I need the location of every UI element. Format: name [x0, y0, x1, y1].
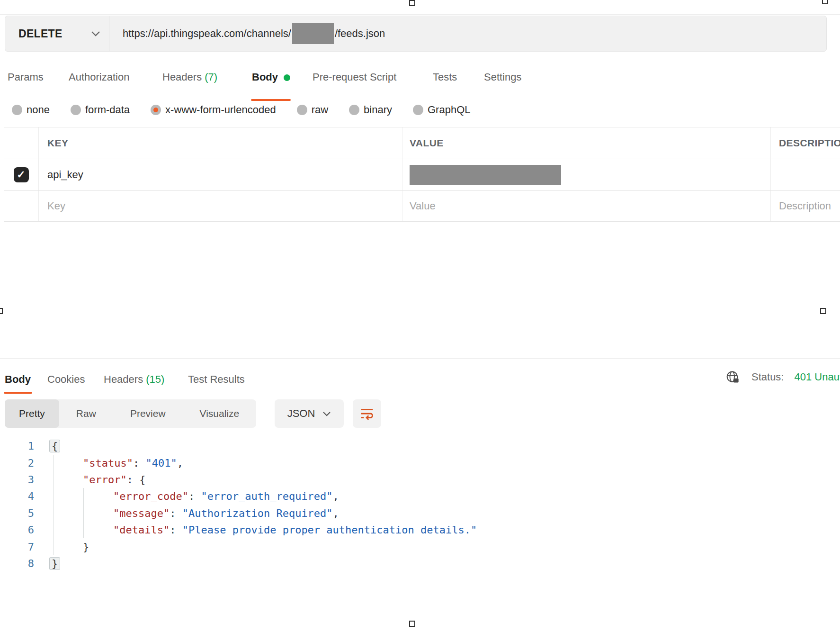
column-header-key: KEY — [47, 137, 68, 149]
line-number[interactable]: 4 — [19, 490, 34, 502]
response-tab-cookies[interactable]: Cookies — [47, 373, 85, 386]
radio-raw[interactable]: raw — [297, 104, 328, 116]
view-visualize[interactable]: Visualize — [183, 399, 257, 428]
divider — [0, 14, 840, 15]
description-placeholder[interactable]: Description — [779, 200, 831, 212]
format-dropdown[interactable]: JSON — [275, 399, 344, 428]
indent-guide — [53, 455, 54, 555]
line-number[interactable]: 5 — [19, 507, 34, 519]
radio-circle-icon — [349, 105, 359, 115]
body-mode-selector: none form-data x-www-form-urlencoded raw… — [12, 104, 471, 116]
request-url-bar: DELETE https://api.thingspeak.com/channe… — [5, 16, 827, 52]
url-input[interactable]: https://api.thingspeak.com/channels//fee… — [109, 23, 826, 44]
radio-circle-icon — [71, 105, 81, 115]
url-redaction-box — [292, 23, 334, 44]
table-empty-row: Key Value Description — [4, 191, 840, 222]
radio-selected-icon — [151, 105, 161, 115]
radio-graphql[interactable]: GraphQL — [413, 104, 471, 116]
checkmark-icon: ✓ — [17, 169, 25, 181]
line-number[interactable]: 2 — [19, 457, 34, 469]
line-number[interactable]: 8 — [19, 558, 34, 569]
radio-circle-icon — [413, 105, 423, 115]
response-tab-body[interactable]: Body — [5, 373, 31, 386]
line-number[interactable]: 6 — [19, 524, 34, 536]
fold-brace[interactable]: { — [49, 440, 60, 452]
method-selector[interactable]: DELETE — [5, 16, 109, 51]
selection-handle-left-middle[interactable] — [0, 308, 3, 314]
code-line: 7 } — [19, 538, 477, 555]
tab-settings[interactable]: Settings — [484, 71, 522, 83]
response-tab-test-results[interactable]: Test Results — [188, 373, 245, 386]
code-line: 2 "status": "401", — [19, 454, 477, 471]
url-suffix: /feeds.json — [335, 27, 385, 40]
format-label: JSON — [287, 407, 315, 420]
table-row: ✓ api_key — [4, 159, 840, 191]
headers-count-badge: (7) — [205, 71, 217, 83]
code-line: 8 } — [19, 555, 477, 572]
radio-x-www-form-urlencoded[interactable]: x-www-form-urlencoded — [151, 104, 276, 116]
key-placeholder[interactable]: Key — [47, 200, 65, 212]
view-preview[interactable]: Preview — [113, 399, 183, 428]
indent-guide — [83, 488, 84, 538]
table-header-row: KEY VALUE DESCRIPTION — [4, 127, 840, 159]
urlencoded-params-table: KEY VALUE DESCRIPTION ✓ api_key Key Valu… — [4, 127, 840, 222]
body-modified-dot-icon — [284, 74, 290, 81]
tab-tests[interactable]: Tests — [433, 71, 457, 83]
column-header-value: VALUE — [410, 137, 444, 149]
fold-brace[interactable]: } — [49, 557, 60, 570]
active-response-tab-underline — [4, 392, 32, 394]
postman-app-screenshot: DELETE https://api.thingspeak.com/channe… — [0, 0, 840, 632]
radio-circle-icon — [297, 105, 307, 115]
method-label: DELETE — [18, 27, 63, 40]
tab-body[interactable]: Body — [252, 71, 290, 83]
code-line: 4 "error_code": "error_auth_required", — [19, 488, 477, 505]
column-header-description: DESCRIPTION — [779, 137, 840, 149]
status-value: 401 Unauthorized — [794, 371, 840, 383]
code-line: 1 { — [19, 438, 477, 454]
selection-handle-right-middle[interactable] — [820, 308, 826, 314]
line-number[interactable]: 7 — [19, 541, 34, 553]
line-number[interactable]: 1 — [19, 440, 34, 452]
line-number[interactable]: 3 — [19, 474, 34, 486]
radio-none[interactable]: none — [12, 104, 50, 116]
row-enabled-checkbox[interactable]: ✓ — [14, 167, 29, 182]
selection-handle-top-center[interactable] — [409, 0, 415, 6]
code-line: 3 "error": { — [19, 471, 477, 488]
divider — [0, 358, 840, 359]
code-line: 5 "message": "Authorization Required", — [19, 505, 477, 522]
method-dropdown-chevron-icon — [91, 31, 100, 36]
wrap-lines-icon — [359, 406, 375, 422]
param-key-cell[interactable]: api_key — [47, 169, 83, 181]
response-view-switcher: Pretty Raw Preview Visualize — [5, 399, 256, 428]
json-dropdown-chevron-icon — [322, 411, 331, 416]
radio-binary[interactable]: binary — [349, 104, 392, 116]
selection-handle-top-right[interactable] — [822, 0, 828, 4]
radio-form-data[interactable]: form-data — [71, 104, 130, 116]
response-headers-count-badge: (15) — [146, 373, 164, 385]
view-raw[interactable]: Raw — [59, 399, 113, 428]
selection-handle-bottom-center[interactable] — [409, 621, 415, 627]
response-tab-headers[interactable]: Headers (15) — [104, 373, 164, 386]
tab-params[interactable]: Params — [8, 71, 44, 83]
wrap-text-button[interactable] — [353, 399, 381, 428]
code-line: 6 "details": "Please provide proper auth… — [19, 522, 477, 538]
tab-authorization[interactable]: Authorization — [69, 71, 129, 83]
radio-circle-icon — [12, 105, 22, 115]
url-prefix: https://api.thingspeak.com/channels/ — [123, 27, 291, 40]
value-placeholder[interactable]: Value — [410, 200, 436, 212]
globe-lock-icon — [726, 370, 741, 385]
response-status-bar: Status: 401 Unauthorized — [726, 370, 840, 385]
status-label: Status: — [751, 371, 784, 383]
tab-headers[interactable]: Headers (7) — [162, 71, 217, 83]
active-tab-underline — [251, 99, 291, 101]
view-pretty[interactable]: Pretty — [5, 399, 59, 428]
tab-pre-request-script[interactable]: Pre-request Script — [313, 71, 396, 83]
response-body-json[interactable]: 1 { 2 "status": "401", 3 "error": { 4 "e… — [19, 438, 477, 572]
param-value-redaction-box[interactable] — [410, 165, 561, 185]
